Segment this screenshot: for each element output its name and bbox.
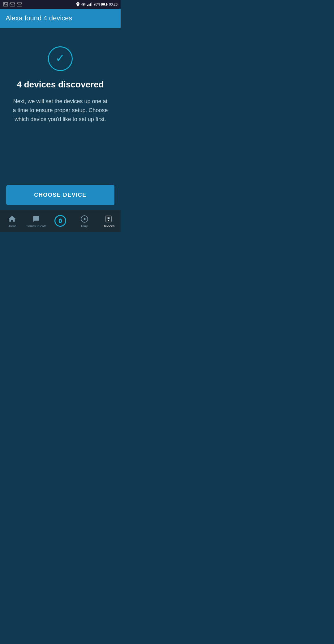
svg-marker-14 bbox=[84, 217, 87, 220]
check-circle: ✓ bbox=[48, 46, 73, 71]
battery-icon bbox=[101, 2, 108, 6]
nav-item-alexa[interactable] bbox=[48, 210, 72, 232]
nav-label-home: Home bbox=[7, 224, 16, 228]
nav-item-communicate[interactable]: Communicate bbox=[24, 210, 48, 232]
image-icon bbox=[3, 2, 8, 6]
wifi-icon bbox=[81, 2, 86, 6]
nav-item-play[interactable]: Play bbox=[72, 210, 96, 232]
nav-label-play: Play bbox=[81, 224, 88, 228]
svg-point-18 bbox=[108, 220, 109, 221]
status-bar-left bbox=[3, 2, 22, 6]
time-display: 00:26 bbox=[109, 2, 118, 6]
battery-percent: 78% bbox=[93, 2, 100, 6]
checkmark-icon: ✓ bbox=[55, 52, 65, 64]
svg-rect-9 bbox=[102, 3, 105, 5]
devices-discovered-desc: Next, we will set the devices up one at … bbox=[0, 97, 121, 124]
communicate-icon bbox=[32, 215, 40, 223]
status-bar: 78% 00:26 bbox=[0, 0, 121, 9]
svg-rect-4 bbox=[87, 5, 88, 6]
svg-point-12 bbox=[60, 220, 61, 222]
svg-rect-2 bbox=[10, 3, 15, 6]
main-content: ✓ 4 devices discovered Next, we will set… bbox=[0, 28, 121, 180]
devices-discovered-title: 4 devices discovered bbox=[11, 80, 110, 90]
svg-rect-0 bbox=[3, 2, 8, 6]
bottom-nav: Home Communicate Play bbox=[0, 210, 121, 232]
svg-rect-10 bbox=[107, 4, 108, 5]
header-title: Alexa found 4 devices bbox=[6, 14, 72, 22]
nav-label-devices: Devices bbox=[102, 224, 114, 228]
alexa-icon bbox=[54, 215, 66, 227]
svg-rect-15 bbox=[106, 216, 111, 222]
nav-item-devices[interactable]: Devices bbox=[96, 210, 121, 232]
mail-icon-2 bbox=[17, 2, 22, 6]
choose-device-container: CHOOSE DEVICE bbox=[0, 180, 121, 210]
status-bar-right: 78% 00:26 bbox=[76, 2, 118, 6]
svg-rect-3 bbox=[17, 3, 22, 6]
svg-rect-5 bbox=[89, 4, 90, 6]
nav-label-communicate: Communicate bbox=[26, 224, 47, 228]
play-icon bbox=[80, 215, 88, 223]
home-icon bbox=[8, 215, 16, 223]
location-icon bbox=[76, 2, 80, 6]
signal-icon bbox=[87, 2, 92, 6]
mail-icon-1 bbox=[10, 2, 15, 6]
choose-device-button[interactable]: CHOOSE DEVICE bbox=[6, 185, 114, 205]
svg-rect-7 bbox=[92, 2, 92, 6]
svg-rect-6 bbox=[90, 3, 91, 6]
devices-icon bbox=[105, 215, 113, 223]
nav-item-home[interactable]: Home bbox=[0, 210, 24, 232]
header: Alexa found 4 devices bbox=[0, 9, 121, 28]
